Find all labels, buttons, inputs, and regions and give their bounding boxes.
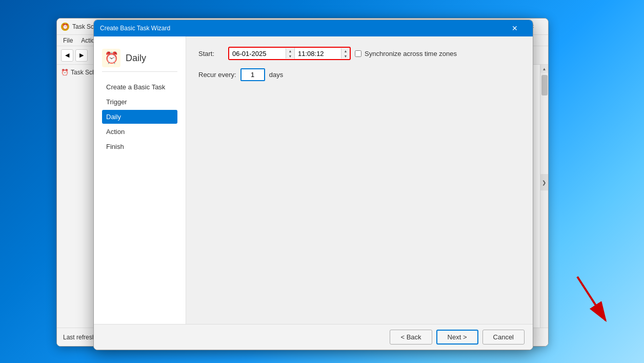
create-basic-task-dialog: Create Basic Task Wizard ✕ ⏰ Daily Creat… — [93, 20, 533, 350]
date-spinner[interactable]: ▲ ▼ — [286, 48, 294, 59]
date-spin-down[interactable]: ▼ — [286, 53, 294, 59]
modal-page-icon: ⏰ — [102, 49, 120, 67]
next-button[interactable]: Next > — [436, 330, 478, 345]
modal-body: ⏰ Daily Create a Basic Task Trigger Dail… — [94, 36, 533, 324]
modal-nav-create-basic-task[interactable]: Create a Basic Task — [102, 80, 177, 94]
modal-titlebar: Create Basic Task Wizard ✕ — [94, 20, 533, 36]
recur-unit: days — [269, 71, 283, 79]
modal-nav-daily[interactable]: Daily — [102, 110, 177, 124]
start-label: Start: — [198, 50, 224, 58]
sync-timezone-text: Synchronize across time zones — [365, 50, 457, 58]
start-time-input[interactable] — [295, 48, 341, 59]
recur-form-row: Recur every: days — [198, 68, 520, 81]
date-spin-up[interactable]: ▲ — [286, 48, 294, 53]
sync-timezone-checkbox[interactable] — [355, 50, 361, 57]
modal-nav-trigger[interactable]: Trigger — [102, 95, 177, 109]
modal-page-title: Daily — [126, 53, 146, 64]
modal-nav-finish[interactable]: Finish — [102, 140, 177, 154]
start-datetime-group: ▲ ▼ ▲ ▼ — [228, 47, 351, 60]
time-spin-down[interactable]: ▼ — [341, 53, 350, 59]
modal-page-header: ⏰ Daily — [102, 45, 177, 72]
time-spin-up[interactable]: ▲ — [341, 48, 350, 53]
modal-close-button[interactable]: ✕ — [503, 20, 527, 36]
time-spinner[interactable]: ▲ ▼ — [341, 48, 350, 59]
modal-overlay: Create Basic Task Wizard ✕ ⏰ Daily Creat… — [0, 0, 644, 363]
recur-label: Recur every: — [198, 71, 236, 79]
sync-timezone-label[interactable]: Synchronize across time zones — [355, 50, 457, 58]
modal-main-content: Start: ▲ ▼ ▲ ▼ — [186, 36, 533, 324]
back-button[interactable]: < Back — [390, 330, 432, 345]
cancel-button[interactable]: Cancel — [482, 330, 525, 345]
modal-nav-panel: ⏰ Daily Create a Basic Task Trigger Dail… — [94, 36, 186, 324]
recur-input[interactable] — [240, 68, 265, 81]
modal-footer: < Back Next > Cancel — [94, 324, 533, 350]
modal-title: Create Basic Task Wizard — [100, 25, 503, 32]
modal-nav-action[interactable]: Action — [102, 125, 177, 139]
start-form-row: Start: ▲ ▼ ▲ ▼ — [198, 47, 520, 60]
start-date-input[interactable] — [229, 48, 286, 59]
